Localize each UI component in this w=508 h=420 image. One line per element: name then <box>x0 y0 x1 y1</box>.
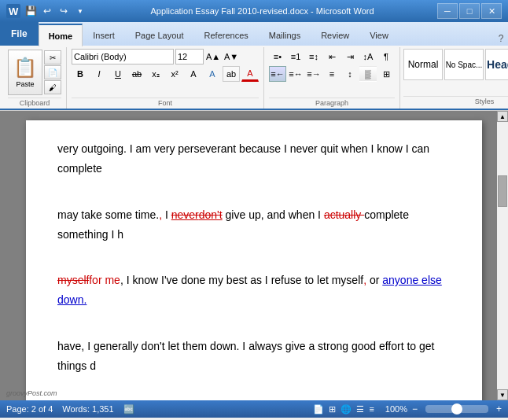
tab-home[interactable]: Home <box>39 24 83 46</box>
align-left-button[interactable]: ≡← <box>269 66 286 82</box>
status-bar: Page: 2 of 4 Words: 1,351 🔤 📄 ⊞ 🌐 ☰ ≡ 10… <box>0 400 508 418</box>
shading-button[interactable]: ▒ <box>359 66 377 82</box>
title-bar-left: W 💾 ↩ ↪ ▼ <box>6 4 87 18</box>
view-print-button[interactable]: 📄 <box>313 404 324 414</box>
status-left: Page: 2 of 4 Words: 1,351 🔤 <box>6 404 134 414</box>
font-size-input[interactable] <box>175 49 204 64</box>
font-label: Font <box>72 98 259 109</box>
group-font: A▲ A▼ B I U ab x₂ x² A A ab A Font <box>67 47 264 109</box>
doc-line-5: myselffor me, I know I've done my best a… <box>57 271 451 310</box>
zoom-thumb[interactable] <box>451 403 462 414</box>
cut-button[interactable]: ✂ <box>44 50 61 64</box>
group-styles: Normal No Spac... Head 1 Head 2 Styles ▲… <box>400 47 508 109</box>
tab-file[interactable]: File <box>0 22 39 46</box>
document-scroll[interactable]: very outgoing. I am very perseverant bec… <box>0 111 508 400</box>
view-fullscreen-button[interactable]: ⊞ <box>329 404 336 414</box>
increase-font-button[interactable]: A▲ <box>204 49 222 64</box>
font-row-2: B I U ab x₂ x² A A ab A <box>72 66 259 82</box>
view-outline-button[interactable]: ☰ <box>356 404 364 414</box>
font-name-input[interactable] <box>72 49 174 64</box>
multilevel-button[interactable]: ≡↕ <box>305 49 322 64</box>
vertical-scrollbar[interactable]: ▲ ▼ <box>497 111 508 400</box>
undo-icon[interactable]: ↩ <box>40 4 54 18</box>
font-row-1: A▲ A▼ <box>72 49 240 64</box>
ribbon: File Home Insert Page Layout References … <box>0 22 508 111</box>
clipboard-label: Clipboard <box>8 98 61 109</box>
align-right-button[interactable]: ≡→ <box>305 66 322 82</box>
para-row-2: ≡← ≡↔ ≡→ ≡ ↕ ▒ ⊞ <box>269 66 395 82</box>
paragraph-content: ≡• ≡1 ≡↕ ⇤ ⇥ ↕A ¶ ≡← ≡↔ ≡→ ≡ ↕ ▒ ⊞ <box>269 49 395 96</box>
zoom-level: 100% <box>385 404 407 414</box>
paste-icon: 📋 <box>13 57 37 79</box>
language-icon: 🔤 <box>123 404 134 414</box>
format-painter-button[interactable]: 🖌 <box>44 80 61 94</box>
italic-button[interactable]: I <box>90 66 108 82</box>
tab-references[interactable]: References <box>194 24 259 46</box>
styles-label: Styles <box>403 96 508 107</box>
style-item-heading1[interactable]: Head 1 <box>485 49 508 80</box>
text-effects-button[interactable]: A <box>204 66 221 82</box>
font-color-button[interactable]: A <box>241 66 259 82</box>
style-item-normal[interactable]: Normal <box>403 49 443 80</box>
decrease-font-button[interactable]: A▼ <box>223 49 240 64</box>
superscript-button[interactable]: x² <box>166 66 183 82</box>
page-indicator: Page: 2 of 4 <box>6 404 53 414</box>
qat-dropdown-icon[interactable]: ▼ <box>73 4 87 18</box>
styles-content: Normal No Spac... Head 1 Head 2 Styles <box>403 49 508 107</box>
highlight-button[interactable]: ab <box>223 66 240 82</box>
justify-button[interactable]: ≡ <box>323 66 341 82</box>
word-count: Words: 1,351 <box>62 404 113 414</box>
paste-label: Paste <box>16 80 34 88</box>
subscript-button[interactable]: x₂ <box>147 66 164 82</box>
bullets-button[interactable]: ≡• <box>269 49 286 64</box>
sort-button[interactable]: ↕A <box>359 49 377 64</box>
clipboard-small-buttons: ✂ 📄 🖌 <box>44 50 61 94</box>
increase-indent-button[interactable]: ⇥ <box>341 49 359 64</box>
strikethrough-button[interactable]: ab <box>128 66 145 82</box>
restore-button[interactable]: □ <box>459 3 480 19</box>
scroll-thumb[interactable] <box>498 175 507 207</box>
clear-format-button[interactable]: A <box>185 66 202 82</box>
doc-line-2 <box>57 182 451 201</box>
scroll-track <box>497 122 508 389</box>
view-draft-button[interactable]: ≡ <box>369 404 374 414</box>
paste-button[interactable]: 📋 Paste <box>8 50 42 95</box>
minimize-button[interactable]: ─ <box>437 3 458 19</box>
decrease-indent-button[interactable]: ⇤ <box>323 49 341 64</box>
align-center-button[interactable]: ≡↔ <box>287 66 304 82</box>
word-icon: W <box>6 4 20 18</box>
style-item-no-spacing[interactable]: No Spac... <box>444 49 484 80</box>
zoom-in-button[interactable]: + <box>496 403 502 414</box>
status-right: 📄 ⊞ 🌐 ☰ ≡ 100% − + <box>313 403 502 414</box>
doc-line-7: have, I generally don't let them down. I… <box>57 337 451 376</box>
save-icon[interactable]: 💾 <box>24 4 38 18</box>
redo-icon[interactable]: ↪ <box>57 4 71 18</box>
show-hide-button[interactable]: ¶ <box>377 49 395 64</box>
close-button[interactable]: ✕ <box>481 3 502 19</box>
para-row-1: ≡• ≡1 ≡↕ ⇤ ⇥ ↕A ¶ <box>269 49 395 64</box>
tab-page-layout[interactable]: Page Layout <box>125 24 194 46</box>
scroll-up-button[interactable]: ▲ <box>497 111 508 122</box>
zoom-out-button[interactable]: − <box>412 403 418 414</box>
document-container: very outgoing. I am very perseverant bec… <box>0 111 508 400</box>
zoom-slider[interactable] <box>425 405 488 413</box>
line-spacing-button[interactable]: ↕ <box>341 66 359 82</box>
bold-button[interactable]: B <box>72 66 89 82</box>
tab-insert[interactable]: Insert <box>83 24 125 46</box>
tab-mailings[interactable]: Mailings <box>259 24 311 46</box>
window-controls[interactable]: ─ □ ✕ <box>437 3 502 19</box>
doc-line-1: very outgoing. I am very perseverant bec… <box>57 139 451 179</box>
numbering-button[interactable]: ≡1 <box>287 49 304 64</box>
borders-button[interactable]: ⊞ <box>377 66 395 82</box>
tab-view[interactable]: View <box>359 24 399 46</box>
underline-button[interactable]: U <box>109 66 127 82</box>
view-web-button[interactable]: 🌐 <box>341 404 352 414</box>
watermark: groovyPost.com <box>6 389 57 397</box>
help-icon[interactable]: ? <box>494 31 508 46</box>
quick-access-toolbar[interactable]: 💾 ↩ ↪ ▼ <box>24 4 87 18</box>
copy-button[interactable]: 📄 <box>44 65 61 79</box>
group-clipboard: 📋 Paste ✂ 📄 🖌 Clipboard <box>3 47 67 109</box>
tab-review[interactable]: Review <box>311 24 359 46</box>
scroll-down-button[interactable]: ▼ <box>497 389 508 400</box>
doc-line-3: may take some time., I neverdon't give u… <box>57 205 451 245</box>
